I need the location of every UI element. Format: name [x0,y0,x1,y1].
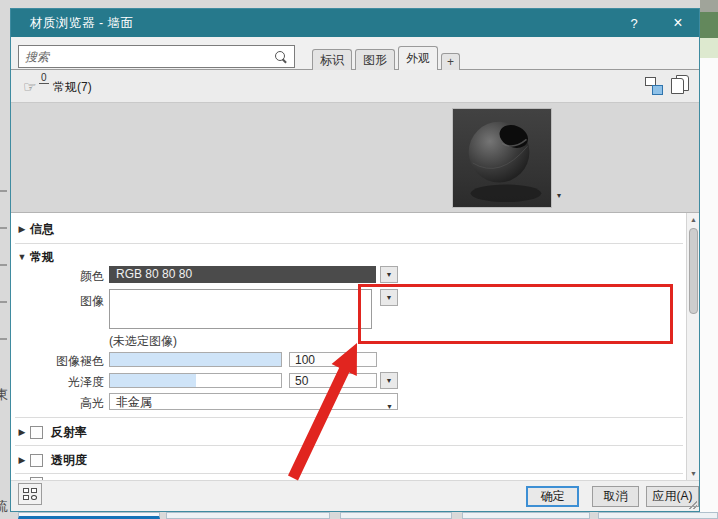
screen: 東 流 材质浏览器 - 墙面 ? × 项目材质: 所有 ▼ ) » [0,0,718,519]
section-title: 常规 [30,249,54,266]
background-ruler-mark [0,264,7,266]
asset-browser-grid-icon [23,488,37,500]
highlight-value: 非金属 [116,395,152,409]
background-table-cell [598,512,718,519]
asset-bar: ☞ 0 常规(7) [11,70,699,103]
image-field[interactable] [109,289,372,329]
glossiness-label: 光泽度 [34,374,104,391]
search-input[interactable] [19,50,275,64]
reflectivity-checkbox[interactable] [30,426,43,439]
cancel-button[interactable]: 取消 [592,486,639,507]
asset-browser-button[interactable] [18,483,42,505]
annotation-arrow [270,330,390,490]
property-tabs: 标识 图形 外观 + [312,46,463,70]
glossiness-slider[interactable] [109,373,282,388]
background-text-fragment: 流 [0,498,8,516]
chevron-down-icon[interactable]: ▼ [14,252,30,262]
divider [15,243,683,244]
scroll-up-icon[interactable]: ▲ [687,213,699,226]
section-title: 反射率 [51,424,87,441]
search-box [18,45,295,68]
replace-asset-icon[interactable] [645,76,665,96]
chevron-right-icon[interactable]: ▶ [14,455,30,465]
background-table-cell [340,512,452,519]
background-block [700,38,718,58]
background-table-cell [166,512,330,519]
background-block [700,12,718,38]
close-button[interactable]: × [663,9,693,37]
annotation-highlight-rectangle [358,284,673,344]
dialog-titlebar[interactable]: 材质浏览器 - 墙面 [11,9,699,37]
properties-scrollbar[interactable]: ▲ ▼ [686,213,699,480]
search-icon [275,51,286,62]
background-ruler-mark [0,227,7,229]
ok-button[interactable]: 确定 [526,486,579,507]
dialog-title: 材质浏览器 - 墙面 [11,15,134,32]
transparency-checkbox[interactable] [30,454,43,467]
tab-graphics[interactable]: 图形 [355,49,395,70]
material-preview-area: ▾ [11,103,699,212]
resize-grip[interactable] [689,501,697,509]
asset-hand-icon: ☞ [23,78,36,96]
help-button[interactable]: ? [619,9,649,37]
chevron-down-icon: ▼ [386,271,393,278]
tab-appearance[interactable]: 外观 [398,46,438,70]
asset-count-badge: 0 [39,72,49,84]
color-label: 颜色 [34,268,104,285]
section-title: 透明度 [51,452,87,469]
preview-options-icon[interactable]: ▾ [557,191,561,200]
section-title: 信息 [30,221,54,238]
image-label: 图像 [34,293,104,310]
slider-fill [110,353,281,366]
background-ruler-mark [0,301,7,303]
background-block [700,58,718,519]
material-preview-render[interactable] [452,108,552,208]
chevron-right-icon[interactable]: ▶ [14,224,30,234]
tab-add[interactable]: + [441,53,460,70]
background-table-cell [462,512,590,519]
scroll-down-icon[interactable]: ▼ [687,467,699,480]
image-fade-label: 图像褪色 [34,353,104,370]
highlight-label: 高光 [34,395,104,412]
asset-name-label: 常规(7) [53,79,92,96]
section-general[interactable]: ▼ 常规 [11,246,683,268]
background-ruler-mark [0,190,7,192]
slider-fill [110,374,196,387]
background-text-fragment: 東 [0,386,8,404]
duplicate-asset-icon[interactable] [671,75,689,95]
tab-identity[interactable]: 标识 [312,49,352,70]
color-dropdown-button[interactable]: ▼ [380,266,398,283]
background-block [700,0,718,12]
background-ruler-mark [0,338,7,340]
section-info[interactable]: ▶ 信息 [11,218,683,240]
chevron-right-icon[interactable]: ▶ [14,427,30,437]
scrollbar-thumb[interactable] [689,228,698,314]
image-fade-slider[interactable] [109,352,282,367]
image-not-selected-note: (未选定图像) [109,333,177,350]
background-table-cell [18,512,160,519]
color-value-swatch[interactable]: RGB 80 80 80 [109,266,376,283]
